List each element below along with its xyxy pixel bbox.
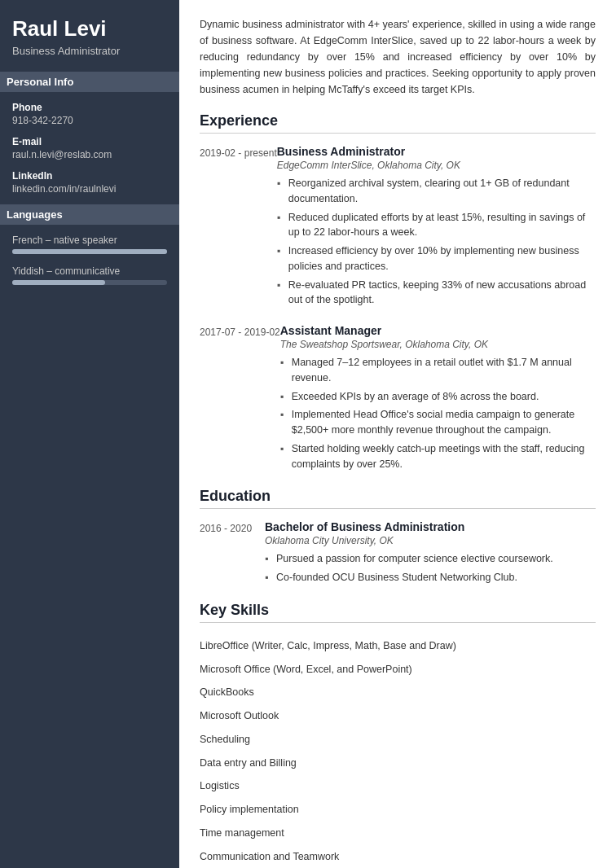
phone-field: Phone 918-342-2270 — [12, 102, 167, 126]
language-bar-fill — [12, 249, 167, 254]
entry-bullets: Managed 7–12 employees in a retail outle… — [280, 355, 596, 471]
entry-date: 2016 - 2020 — [200, 520, 265, 589]
skill-item: Communication and Teamwork — [200, 845, 596, 869]
linkedin-field: LinkedIn linkedin.com/in/raulnlevi — [12, 170, 167, 195]
entry-subtitle: EdgeComm InterSlice, Oklahoma City, OK — [277, 160, 596, 171]
personal-info-header: Personal Info — [0, 72, 179, 92]
candidate-name: Raul Levi — [12, 16, 167, 42]
summary-text: Dynamic business administrator with 4+ y… — [200, 16, 596, 98]
phone-label: Phone — [12, 102, 167, 113]
language-bar-fill — [12, 280, 105, 285]
bullet-item: Reorganized archival system, clearing ou… — [277, 176, 596, 207]
entry-bullets: Reorganized archival system, clearing ou… — [277, 176, 596, 308]
language-item: Yiddish – communicative — [12, 265, 167, 285]
bullet-item: Pursued a passion for computer science e… — [265, 551, 596, 567]
bullet-item: Co-founded OCU Business Student Networki… — [265, 570, 596, 585]
candidate-title: Business Administrator — [12, 45, 167, 57]
languages-header: Languages — [0, 204, 179, 225]
entry-date: 2017-07 - 2019-02 — [200, 324, 280, 475]
entry-content: Bachelor of Business Administration Okla… — [265, 520, 596, 589]
bullet-item: Exceeded KPIs by an average of 8% across… — [280, 389, 596, 405]
email-label: E-mail — [12, 136, 167, 147]
skill-item: Microsoft Outlook — [200, 704, 596, 728]
bullet-item: Re-evaluated PR tactics, keeping 33% of … — [277, 278, 596, 309]
entry-subtitle: The Sweatshop Sportswear, Oklahoma City,… — [280, 339, 596, 350]
linkedin-value: linkedin.com/in/raulnlevi — [12, 183, 167, 195]
language-bar-bg — [12, 249, 167, 254]
skill-item: QuickBooks — [200, 681, 596, 704]
language-bar-bg — [12, 280, 167, 285]
experience-header: Experience — [200, 112, 596, 134]
bullet-item: Increased efficiency by over 10% by impl… — [277, 243, 596, 274]
experience-entry: 2019-02 - present Business Administrator… — [200, 145, 596, 311]
skills-header: Key Skills — [200, 602, 596, 623]
entry-content: Business Administrator EdgeComm InterSli… — [277, 145, 596, 311]
entry-title: Assistant Manager — [280, 324, 596, 337]
bullet-item: Implemented Head Office's social media c… — [280, 407, 596, 438]
skill-item: Scheduling — [200, 728, 596, 752]
entry-title: Business Administrator — [277, 145, 596, 158]
language-name: Yiddish – communicative — [12, 265, 167, 277]
skill-item: Microsoft Office (Word, Excel, and Power… — [200, 658, 596, 682]
bullet-item: Reduced duplicated efforts by at least 1… — [277, 210, 596, 241]
entry-content: Assistant Manager The Sweatshop Sportswe… — [280, 324, 596, 475]
skill-item: Logistics — [200, 774, 596, 798]
sidebar: Raul Levi Business Administrator Persona… — [0, 0, 179, 868]
education-section: 2016 - 2020 Bachelor of Business Adminis… — [200, 520, 596, 589]
skill-item: LibreOffice (Writer, Calc, Impress, Math… — [200, 634, 596, 658]
email-field: E-mail raul.n.levi@reslab.com — [12, 136, 167, 160]
languages-section: French – native speaker Yiddish – commun… — [12, 235, 167, 285]
skill-item: Time management — [200, 822, 596, 845]
phone-value: 918-342-2270 — [12, 115, 167, 126]
education-header: Education — [200, 488, 596, 509]
bullet-item: Started holding weekly catch-up meetings… — [280, 441, 596, 472]
entry-bullets: Pursued a passion for computer science e… — [265, 551, 596, 585]
language-name: French – native speaker — [12, 235, 167, 246]
skills-section: LibreOffice (Writer, Calc, Impress, Math… — [200, 634, 596, 868]
skill-item: Policy implementation — [200, 798, 596, 822]
linkedin-label: LinkedIn — [12, 170, 167, 182]
experience-section: 2019-02 - present Business Administrator… — [200, 145, 596, 475]
language-item: French – native speaker — [12, 235, 167, 254]
entry-title: Bachelor of Business Administration — [265, 520, 596, 533]
experience-entry: 2017-07 - 2019-02 Assistant Manager The … — [200, 324, 596, 475]
education-entry: 2016 - 2020 Bachelor of Business Adminis… — [200, 520, 596, 589]
skill-item: Data entry and Billing — [200, 752, 596, 775]
bullet-item: Managed 7–12 employees in a retail outle… — [280, 355, 596, 386]
entry-date: 2019-02 - present — [200, 145, 277, 311]
main-content: Dynamic business administrator with 4+ y… — [179, 0, 616, 868]
email-value: raul.n.levi@reslab.com — [12, 149, 167, 160]
entry-subtitle: Oklahoma City University, OK — [265, 535, 596, 546]
